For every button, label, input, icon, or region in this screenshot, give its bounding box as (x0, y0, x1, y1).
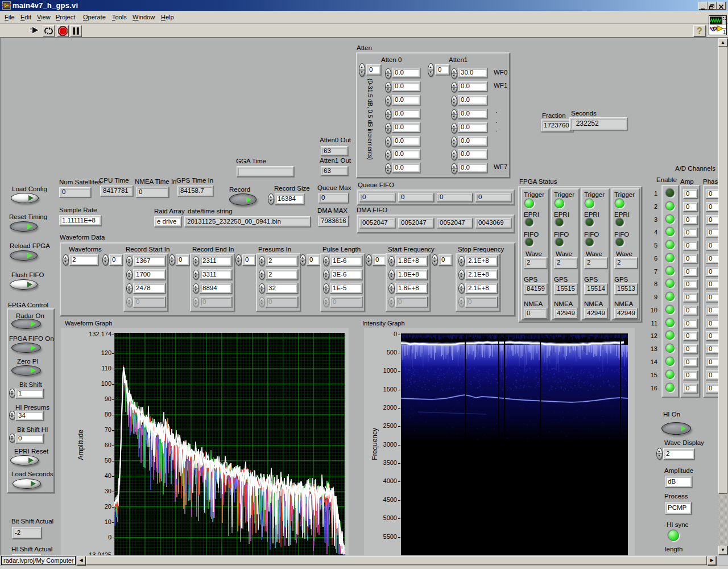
svg-text:1: 1 (723, 29, 726, 35)
